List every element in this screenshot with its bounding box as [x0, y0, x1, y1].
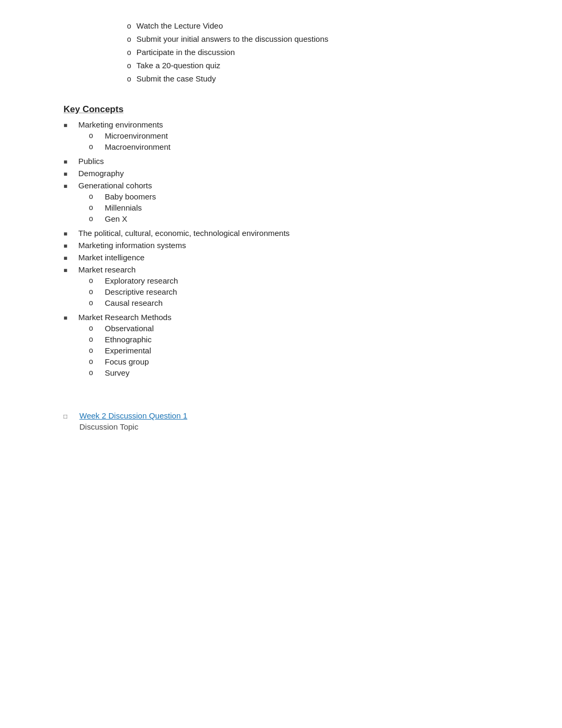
bullet-o-icon: o	[89, 203, 101, 212]
list-item: o Causal research	[89, 298, 530, 307]
list-item: o Watch the Lecture Video	[32, 21, 530, 30]
list-item-text: Participate in the discussion	[137, 48, 235, 57]
list-item: ■ Market research o Exploratory research…	[64, 265, 530, 310]
top-list: o Watch the Lecture Video o Submit your …	[32, 21, 530, 83]
list-item: ■ Demography	[64, 169, 530, 178]
sub-list: o Microenvironment o Macroenvironment	[78, 131, 530, 151]
list-item-text: Gen X	[105, 214, 128, 223]
sub-list: o Exploratory research o Descriptive res…	[78, 276, 530, 307]
list-item-text: Observational	[105, 324, 154, 333]
list-item-text: Market Research Methods	[78, 313, 171, 322]
list-item: o Take a 20-question quiz	[32, 61, 530, 70]
list-item: o Baby boomers	[89, 192, 530, 201]
sub-list: o Baby boomers o Millennials o Gen X	[78, 192, 530, 223]
bullet-o-icon: o	[89, 131, 101, 140]
list-item-text: Market intelligence	[78, 253, 144, 262]
list-item: o Macroenvironment	[89, 142, 530, 151]
bullet-o-icon: o	[89, 357, 101, 366]
key-concepts-section: Key Concepts ■ Marketing environments o …	[32, 104, 530, 379]
list-item-text: Exploratory research	[105, 276, 178, 285]
bullet-o-icon: o	[89, 346, 101, 354]
list-item-text: Macroenvironment	[105, 142, 170, 151]
bullet-o-icon: o	[89, 192, 101, 201]
list-item-text: Market research	[78, 265, 135, 274]
list-item-text: Millennials	[105, 203, 142, 212]
bullet-o-icon: o	[89, 287, 101, 296]
list-item-text: Take a 20-question quiz	[137, 61, 220, 70]
list-item: ■ Publics	[64, 157, 530, 166]
list-item-text: Watch the Lecture Video	[137, 21, 223, 30]
list-item-text: Baby boomers	[105, 192, 156, 201]
list-item: o Observational	[89, 324, 530, 333]
list-item: ■ Market Research Methods o Observationa…	[64, 313, 530, 379]
list-item: o Survey	[89, 368, 530, 377]
bullet-o-icon: o	[89, 214, 101, 223]
list-item: o Gen X	[89, 214, 530, 223]
bullet-icon: o	[32, 21, 131, 30]
discussion-section: □ Week 2 Discussion Question 1 Discussio…	[32, 411, 530, 431]
list-item: o Participate in the discussion	[32, 48, 530, 57]
discussion-item: □ Week 2 Discussion Question 1	[64, 411, 530, 420]
list-item: o Exploratory research	[89, 276, 530, 285]
list-item-text: Publics	[78, 157, 104, 166]
bullet-o-icon: o	[89, 298, 101, 307]
bullet-o-icon: o	[89, 142, 101, 151]
list-item: ■ Marketing information systems	[64, 241, 530, 250]
bullet-icon: ■	[64, 241, 74, 250]
bullet-icon: ■	[64, 157, 74, 166]
bullet-icon: ■	[64, 229, 74, 238]
list-item: o Submit the case Study	[32, 74, 530, 83]
bullet-icon: ■	[64, 169, 74, 178]
bullet-o-icon: o	[89, 324, 101, 332]
list-item: o Microenvironment	[89, 131, 530, 140]
bullet-icon: o	[32, 48, 131, 57]
bullet-icon: ■	[64, 265, 74, 274]
list-item: ■ Generational cohorts o Baby boomers o …	[64, 181, 530, 225]
bullet-icon: ■	[64, 120, 74, 129]
list-item-text: The political, cultural, economic, techn…	[78, 229, 289, 238]
list-item: o Focus group	[89, 357, 530, 366]
discussion-bullet-icon: □	[64, 411, 74, 420]
list-item-text: Microenvironment	[105, 131, 168, 140]
list-item-text: Submit the case Study	[137, 74, 216, 83]
list-item-text: Focus group	[105, 357, 149, 366]
bullet-icon: ■	[64, 181, 74, 190]
list-item-text: Experimental	[105, 346, 151, 355]
list-item-text: Demography	[78, 169, 124, 178]
list-item-text: Causal research	[105, 298, 162, 307]
list-item: o Millennials	[89, 203, 530, 212]
bullet-o-icon: o	[89, 368, 101, 377]
bullet-o-icon: o	[89, 335, 101, 343]
bullet-icon: o	[32, 61, 131, 70]
list-item-text: Descriptive research	[105, 287, 177, 296]
list-item: o Ethnographic	[89, 335, 530, 344]
key-concepts-title: Key Concepts	[32, 104, 530, 115]
list-item: o Descriptive research	[89, 287, 530, 296]
bullet-icon: ■	[64, 313, 74, 322]
list-item-text: Survey	[105, 368, 130, 377]
bullet-o-icon: o	[89, 276, 101, 285]
sub-list: o Observational o Ethnographic o Experim…	[78, 324, 530, 377]
discussion-link[interactable]: Week 2 Discussion Question 1	[79, 411, 187, 420]
list-item: o Submit your initial answers to the dis…	[32, 34, 530, 43]
discussion-topic-label: Discussion Topic	[64, 422, 530, 431]
list-item-text: Marketing environments	[78, 120, 163, 129]
bullet-icon: o	[32, 34, 131, 43]
bullet-icon: o	[32, 74, 131, 83]
bullet-icon: ■	[64, 253, 74, 262]
list-item-text: Submit your initial answers to the discu…	[137, 34, 329, 43]
list-item: ■ The political, cultural, economic, tec…	[64, 229, 530, 238]
list-item: ■ Market intelligence	[64, 253, 530, 262]
list-item: ■ Marketing environments o Microenvironm…	[64, 120, 530, 153]
list-item: o Experimental	[89, 346, 530, 355]
list-item-text: Generational cohorts	[78, 181, 152, 190]
key-concepts-list: ■ Marketing environments o Microenvironm…	[32, 120, 530, 379]
list-item-text: Marketing information systems	[78, 241, 186, 250]
list-item-text: Ethnographic	[105, 335, 151, 344]
